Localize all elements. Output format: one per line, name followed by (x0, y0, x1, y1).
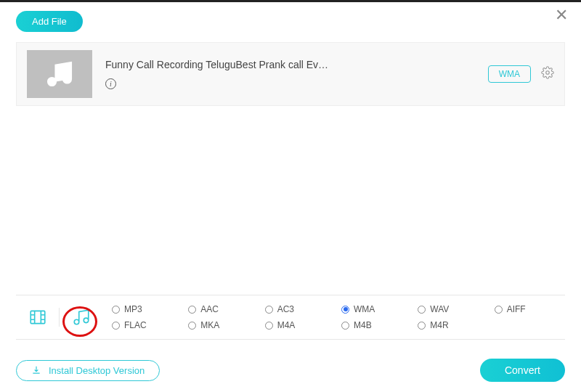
format-label: WMA (354, 304, 375, 314)
radio-icon (495, 306, 503, 314)
file-info: Funny Call Recording TeluguBest Prank ca… (105, 59, 488, 89)
format-label: MKA (200, 320, 219, 330)
format-label: M4A (277, 320, 296, 330)
format-label: AC3 (277, 304, 294, 314)
svg-point-0 (546, 71, 550, 75)
format-option-m4r[interactable]: M4R (418, 320, 488, 330)
format-label: FLAC (124, 320, 147, 330)
close-icon[interactable]: ✕ (555, 7, 568, 23)
music-note-icon (44, 59, 75, 89)
radio-icon (418, 322, 426, 330)
film-icon (28, 308, 47, 327)
format-option-wav[interactable]: WAV (418, 304, 488, 314)
audio-type-tab[interactable] (60, 308, 103, 327)
format-label: MP3 (124, 304, 142, 314)
format-label: M4R (430, 320, 448, 330)
format-label: AIFF (507, 304, 526, 314)
file-thumbnail (27, 50, 92, 98)
radio-icon (341, 306, 349, 314)
radio-icon (112, 306, 120, 314)
format-option-flac[interactable]: FLAC (112, 320, 182, 330)
format-option-mp3[interactable]: MP3 (112, 304, 182, 314)
music-icon (72, 308, 91, 327)
add-file-button[interactable]: Add File (16, 11, 83, 32)
footer-bar: Install Desktop Version Convert (16, 359, 565, 382)
format-option-m4a[interactable]: M4A (265, 320, 336, 330)
download-icon (31, 365, 41, 375)
info-icon[interactable]: i (105, 78, 116, 89)
radio-icon (265, 322, 273, 330)
radio-icon (265, 306, 273, 314)
format-selector-panel: MP3AACAC3WMAWAVAIFFFLACMKAM4AM4BM4R (16, 295, 565, 340)
radio-icon (341, 322, 349, 330)
convert-button[interactable]: Convert (480, 359, 565, 382)
format-options-grid: MP3AACAC3WMAWAVAIFFFLACMKAM4AM4BM4R (103, 301, 565, 333)
format-option-mka[interactable]: MKA (188, 320, 259, 330)
install-desktop-button[interactable]: Install Desktop Version (16, 360, 160, 381)
format-option-wma[interactable]: WMA (341, 304, 412, 314)
video-type-tab[interactable] (16, 308, 60, 327)
format-label: AAC (200, 304, 219, 314)
radio-icon (188, 322, 196, 330)
format-option-aac[interactable]: AAC (188, 304, 259, 314)
radio-icon (418, 306, 426, 314)
format-label: WAV (430, 304, 449, 314)
main-content: Add File Funny Call Recording TeluguBest… (0, 2, 581, 106)
file-title: Funny Call Recording TeluguBest Prank ca… (105, 59, 488, 70)
svg-rect-1 (31, 311, 45, 323)
install-desktop-label: Install Desktop Version (49, 365, 145, 376)
radio-icon (188, 306, 196, 314)
format-option-ac3[interactable]: AC3 (265, 304, 336, 314)
file-row: Funny Call Recording TeluguBest Prank ca… (16, 42, 565, 106)
file-format-badge[interactable]: WMA (488, 65, 531, 83)
gear-icon[interactable] (541, 66, 554, 82)
format-option-m4b[interactable]: M4B (341, 320, 412, 330)
format-label: M4B (354, 320, 372, 330)
radio-icon (112, 322, 120, 330)
format-option-aiff[interactable]: AIFF (495, 304, 565, 314)
file-actions: WMA (488, 65, 554, 83)
